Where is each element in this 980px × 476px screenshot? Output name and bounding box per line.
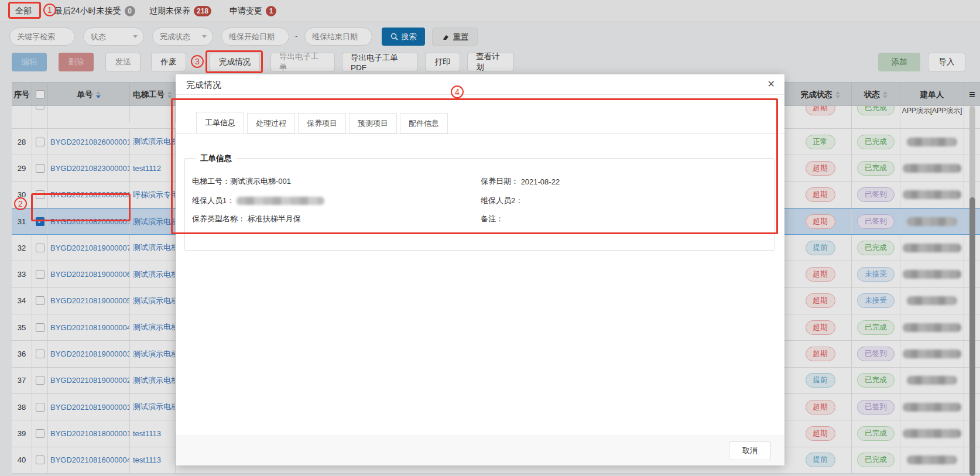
modal-footer: 取消 <box>176 436 784 465</box>
field-maintenance-date: 保养日期： 2021-08-22 <box>481 176 560 187</box>
maintenance-workorder-page: 全部 最后24小时未接受0 过期未保养218 申请变更1 关键字检索 状态 完成… <box>0 0 980 476</box>
cancel-button[interactable]: 取消 <box>729 441 771 460</box>
field-worker2: 维保人员2： <box>481 196 523 206</box>
modal-header: 完成情况 ✕ <box>176 74 784 95</box>
modal-tab-处理过程[interactable]: 处理过程 <box>247 113 295 133</box>
workorder-info-section: 工单信息 电梯工号：测试演示电梯-001 保养日期： 2021-08-22 维保… <box>184 158 775 251</box>
modal-tab-配件信息[interactable]: 配件信息 <box>400 113 448 133</box>
modal-body: 工单信息处理过程保养项目预测项目配件信息 工单信息 电梯工号：测试演示电梯-00… <box>176 95 784 436</box>
section-title: 工单信息 <box>196 153 237 164</box>
field-elevator-id: 电梯工号：测试演示电梯-001 <box>192 176 291 187</box>
field-maintenance-type: 保养类型名称： 标准扶梯半月保 <box>192 214 301 224</box>
tab-divider <box>176 133 784 134</box>
close-icon[interactable]: ✕ <box>767 78 775 90</box>
field-worker1: 维保人员1： <box>192 196 324 206</box>
modal-title: 完成情况 <box>186 80 221 91</box>
modal-tab-预测项目[interactable]: 预测项目 <box>349 113 397 133</box>
field-remark: 备注： <box>481 214 503 224</box>
modal-tabs: 工单信息处理过程保养项目预测项目配件信息 <box>196 113 448 133</box>
modal-tab-保养项目[interactable]: 保养项目 <box>298 113 346 133</box>
modal-tab-工单信息[interactable]: 工单信息 <box>196 112 244 133</box>
redacted-worker-name <box>237 197 324 205</box>
completion-status-modal: 完成情况 ✕ 工单信息处理过程保养项目预测项目配件信息 工单信息 电梯工号：测试… <box>176 74 784 465</box>
